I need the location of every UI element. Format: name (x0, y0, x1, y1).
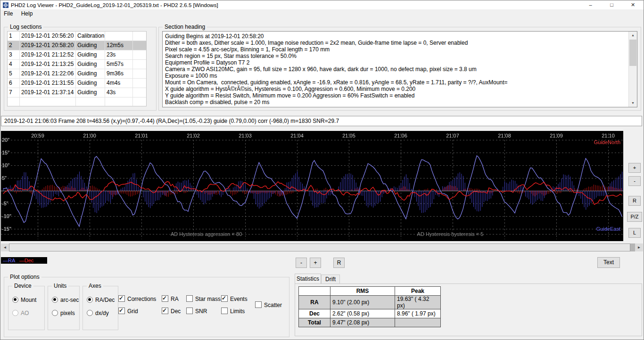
heading-line: Exposure = 1000 ms (165, 73, 627, 79)
zoom-out-button[interactable]: - (296, 258, 307, 268)
radio-arcsec[interactable]: arc-sec (52, 297, 79, 304)
app-icon (3, 2, 8, 8)
row-duration: 9m36s (105, 69, 133, 78)
checkbox-dec[interactable]: Dec (162, 308, 181, 315)
checkbox-indicator (162, 295, 168, 302)
checkbox-label: SNR (195, 308, 207, 315)
units-title: Units (52, 283, 68, 289)
heading-line: Y guide algorithm = Resist Switch, Minim… (165, 92, 627, 99)
maximize-button[interactable]: □ (601, 0, 622, 9)
row-fill (133, 79, 146, 88)
checkbox-ra[interactable]: RA (162, 295, 179, 303)
checkbox-events[interactable]: Events (221, 295, 248, 303)
checkbox-limits[interactable]: Limits (221, 308, 245, 315)
radio-indicator (52, 297, 58, 303)
stats-row-total: Total 9.47" (2.08 px) (299, 318, 441, 327)
vertical-scrollbar[interactable]: ▲ ▼ (628, 32, 637, 107)
frame-status-line: 2019-12-01 21:06:03 Frame 208 t=463.56 (… (1, 116, 642, 126)
axes-title: Axes (87, 283, 103, 289)
scrollbar-thumb[interactable] (629, 40, 636, 66)
radio-label: pixels (60, 310, 75, 316)
table-row[interactable]: 42019-12-01 21:13:25Guiding5m57s (8, 60, 146, 69)
heading-line: X guide algorithm = HystÃ©rÃ©sis, Hyster… (165, 86, 627, 92)
table-row[interactable]: 32019-12-01 21:12:52Guiding23s (8, 50, 146, 60)
chart-zoom-in-button[interactable]: + (628, 163, 641, 173)
radio-pixels[interactable]: pixels (52, 310, 75, 317)
stats-row-label: Dec (299, 309, 330, 318)
plot-options-group: Plot options Device Mount AO Units arc-s… (4, 277, 289, 337)
guide-chart[interactable] (1, 131, 623, 241)
chart-reset-button[interactable]: R (628, 196, 641, 206)
row-num: 3 (8, 50, 20, 59)
checkbox-star-mass[interactable]: Star mass (186, 295, 221, 303)
checkbox-label: Star mass (195, 296, 221, 302)
row-type: Calibration (76, 32, 105, 40)
scrollbar-thumb[interactable] (9, 243, 630, 251)
menu-help[interactable]: Help (18, 9, 36, 18)
close-button[interactable]: ✕ (622, 0, 644, 9)
stats-header-blank (299, 287, 330, 296)
stats-row-dec: Dec 2.62" (0.58 px) 8.96" ( 1.97 px) (299, 309, 441, 318)
checkbox-indicator (255, 301, 262, 308)
radio-label: AO (21, 310, 29, 316)
stats-header-row: RMS Peak (299, 287, 441, 296)
reset-button[interactable]: R (333, 258, 345, 268)
checkbox-label: RA (171, 296, 179, 302)
chart-pz-button[interactable]: P/Z (627, 212, 642, 222)
table-row[interactable]: 52019-12-01 21:22:06Guiding9m36s (8, 69, 146, 79)
checkbox-scatter[interactable]: Scatter (255, 301, 282, 309)
checkbox-snr[interactable]: SNR (186, 308, 207, 315)
log-sections-table: 12019-12-01 20:56:20Calibration 22019-12… (7, 31, 147, 106)
device-title: Device (12, 283, 33, 289)
text-button[interactable]: Text (597, 257, 620, 268)
tab-drift[interactable]: Drift (321, 275, 340, 283)
radio-dxdy[interactable]: dx/dy (87, 310, 109, 317)
row-type: Guiding (76, 41, 105, 50)
row-duration (105, 97, 133, 106)
statistics-page: RMS Peak RA 9.10" (2.00 px) 19.63" ( 4.3… (295, 283, 642, 336)
row-num: 2 (8, 41, 20, 50)
log-sections-title: Log sections (8, 24, 43, 30)
table-row[interactable]: 72019-12-01 21:37:14Guiding43s (8, 88, 146, 97)
window-title: PHD2 Log Viewer - PHD2_GuideLog_2019-12-… (11, 2, 218, 8)
scroll-right-icon[interactable]: ► (635, 243, 643, 251)
row-type (76, 97, 105, 106)
radio-mount[interactable]: Mount (12, 297, 36, 304)
chart-l-button[interactable]: L (628, 228, 641, 238)
checkbox-corrections[interactable]: Corrections (118, 295, 156, 303)
checkbox-indicator (186, 308, 193, 314)
scroll-left-icon[interactable]: ◄ (1, 243, 9, 251)
stats-dec-rms: 2.62" (0.58 px) (330, 309, 395, 318)
chart-zoom-out-button[interactable]: - (628, 176, 641, 186)
heading-line: Pixel scale = 4.55 arc-sec/px, Binning =… (165, 46, 627, 53)
radio-ao[interactable]: AO (12, 310, 29, 317)
row-type: Guiding (76, 60, 105, 69)
menu-file[interactable]: File (0, 9, 16, 18)
checkbox-indicator (118, 308, 125, 314)
row-num (8, 97, 20, 106)
heading-line: Search region = 15 px, Star mass toleran… (165, 53, 627, 59)
row-time: 2019-12-01 21:31:55 (20, 79, 76, 88)
log-sections-group: Log sections 12019-12-01 20:56:20Calibra… (4, 27, 157, 111)
row-type: Guiding (76, 79, 105, 88)
horizontal-scrollbar[interactable]: ◄ ► (1, 243, 643, 251)
tab-statistics[interactable]: Statistics (295, 274, 321, 283)
table-row[interactable]: 62019-12-01 21:31:55Guiding4m4s (8, 79, 146, 88)
radio-radec[interactable]: RA/Dec (87, 297, 115, 304)
row-num: 6 (8, 79, 20, 88)
stats-ra-peak: 19.63" ( 4.32 px) (395, 296, 441, 309)
row-time: 2019-12-01 20:58:20 (20, 41, 76, 50)
minimize-button[interactable]: – (580, 0, 601, 9)
row-type: Guiding (76, 88, 105, 97)
table-row[interactable]: 12019-12-01 20:56:20Calibration (8, 32, 146, 41)
checkbox-indicator (221, 308, 228, 314)
scroll-up-icon[interactable]: ▲ (629, 32, 637, 39)
section-heading-text[interactable]: Guiding Begins at 2019-12-01 20:58:20 Di… (162, 31, 637, 107)
table-row[interactable]: 22019-12-01 20:58:20Guiding12m5s (8, 41, 146, 50)
row-duration: 12m5s (105, 41, 133, 50)
checkbox-label: Scatter (264, 302, 282, 308)
table-row[interactable] (8, 97, 146, 106)
checkbox-grid[interactable]: Grid (118, 308, 138, 315)
scroll-down-icon[interactable]: ▼ (629, 99, 637, 107)
zoom-in-button[interactable]: + (310, 258, 321, 268)
